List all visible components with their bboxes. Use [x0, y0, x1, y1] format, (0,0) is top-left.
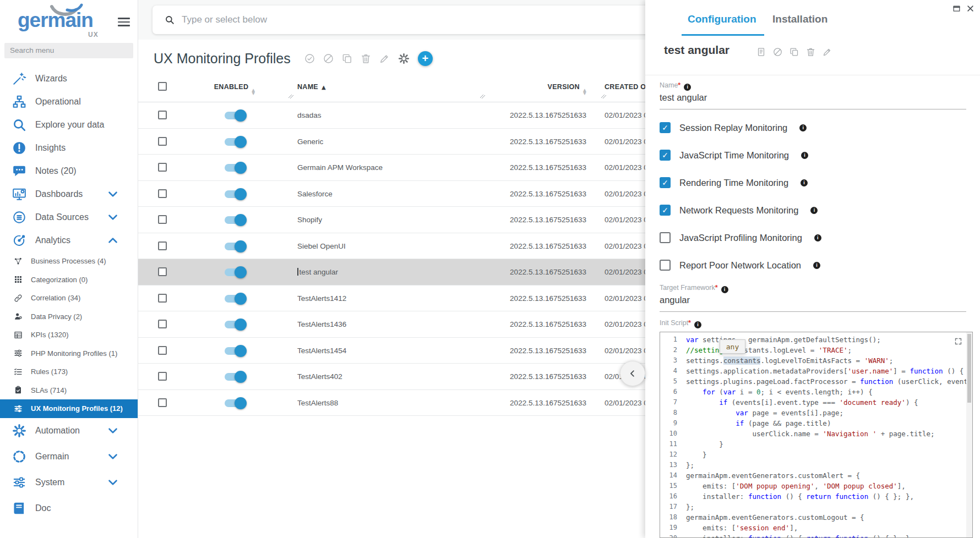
- select-all-checkbox[interactable]: [158, 82, 167, 91]
- info-icon[interactable]: i: [684, 84, 691, 91]
- sidebar-item-rules-173[interactable]: Rules (173): [0, 363, 138, 381]
- info-icon[interactable]: i: [810, 207, 818, 214]
- edit-icon[interactable]: [379, 53, 390, 64]
- enabled-toggle[interactable]: [225, 138, 245, 146]
- edit-icon[interactable]: [823, 47, 832, 57]
- checkbox[interactable]: ✓: [660, 205, 671, 216]
- table-row-testalerts1454[interactable]: TestAlerts14542022.5.13.167525163302/01/…: [138, 338, 645, 364]
- sidebar-item-wizards[interactable]: Wizards: [0, 67, 138, 90]
- sidebar-item-business-processes-4[interactable]: Business Processes (4): [0, 252, 138, 271]
- sidebar-item-operational[interactable]: Operational: [0, 90, 138, 113]
- enable-selected-icon[interactable]: [304, 53, 315, 64]
- row-checkbox[interactable]: [158, 398, 167, 407]
- option-session-replay-monitoring[interactable]: ✓Session Replay Monitoringi: [660, 122, 807, 133]
- row-checkbox[interactable]: [158, 163, 167, 172]
- column-resize-grip[interactable]: [288, 92, 294, 100]
- delete-icon[interactable]: [806, 47, 815, 57]
- row-checkbox[interactable]: [158, 111, 167, 119]
- sidebar-item-insights[interactable]: Insights: [0, 136, 138, 160]
- info-icon[interactable]: i: [799, 124, 807, 131]
- editor-scrollbar-thumb[interactable]: [967, 334, 971, 403]
- column-header-name[interactable]: NAME▲: [297, 83, 326, 91]
- table-row-test-angular[interactable]: test angular2022.5.13.167525163302/01/20…: [138, 259, 645, 286]
- row-checkbox[interactable]: [158, 241, 167, 250]
- table-row-testalerts88[interactable]: TestAlerts882022.5.13.167525163302/01/20…: [138, 390, 645, 416]
- fullscreen-expand-icon[interactable]: [954, 337, 962, 345]
- info-icon[interactable]: i: [814, 234, 821, 241]
- enabled-toggle[interactable]: [225, 321, 245, 328]
- checkbox[interactable]: ✓: [660, 150, 671, 161]
- column-header-version[interactable]: VERSION▲▼: [478, 83, 586, 95]
- checkbox[interactable]: [660, 260, 671, 271]
- info-icon[interactable]: i: [813, 262, 820, 269]
- row-checkbox[interactable]: [158, 189, 167, 198]
- name-field-value[interactable]: test angular: [660, 92, 707, 103]
- row-checkbox[interactable]: [158, 372, 167, 381]
- sidebar-item-data-privacy-2[interactable]: Data Privacy (2): [0, 308, 138, 326]
- checkbox[interactable]: ✓: [660, 177, 671, 188]
- maximize-window-icon[interactable]: [952, 4, 961, 13]
- enabled-toggle[interactable]: [225, 347, 245, 355]
- sidebar-search-input[interactable]: Search menu: [4, 43, 133, 58]
- info-icon[interactable]: i: [801, 152, 808, 159]
- disable-selected-icon[interactable]: [323, 53, 334, 64]
- table-row-testalerts402[interactable]: TestAlerts4022022.5.13.167525163302/01/2…: [138, 364, 645, 390]
- enabled-toggle[interactable]: [225, 399, 245, 407]
- sidebar-item-kpis-1320[interactable]: KPIs (1320): [0, 326, 138, 344]
- enabled-toggle[interactable]: [225, 268, 245, 276]
- column-header-created[interactable]: CREATED ON▲▼: [605, 83, 645, 95]
- sidebar-item-analytics[interactable]: Analytics: [0, 229, 138, 252]
- info-icon[interactable]: i: [694, 321, 701, 328]
- tab-installation[interactable]: Installation: [772, 13, 827, 25]
- settings-gear-icon[interactable]: [398, 53, 410, 64]
- table-row-dsadas[interactable]: dsadas2022.5.13.167525163302/01/2023 0: [138, 102, 645, 129]
- table-row-testalerts1436[interactable]: TestAlerts14362022.5.13.167525163302/01/…: [138, 311, 645, 338]
- row-checkbox[interactable]: [158, 137, 167, 146]
- enabled-toggle[interactable]: [225, 112, 245, 119]
- sidebar-item-automation[interactable]: Automation: [0, 418, 138, 444]
- enabled-toggle[interactable]: [225, 216, 245, 224]
- checkbox[interactable]: [660, 232, 671, 243]
- sidebar-item-doc[interactable]: Doc: [0, 496, 138, 521]
- add-profile-button[interactable]: +: [418, 51, 433, 66]
- sidebar-item-ux-monitoring-profiles-12[interactable]: UX Monitoring Profiles (12): [0, 399, 138, 418]
- info-icon[interactable]: i: [801, 179, 808, 186]
- option-javascript-profiling-monitoring[interactable]: JavaScript Profiling Monitoringi: [660, 232, 821, 243]
- row-checkbox[interactable]: [158, 267, 167, 276]
- global-search-input[interactable]: Type or select below: [153, 6, 645, 34]
- row-checkbox[interactable]: [158, 346, 167, 355]
- enabled-toggle[interactable]: [225, 243, 245, 250]
- option-javascript-time-monitoring[interactable]: ✓JavaScript Time Monitoringi: [660, 150, 808, 161]
- row-checkbox[interactable]: [158, 215, 167, 224]
- sidebar-item-notes-20[interactable]: Notes (20): [0, 160, 138, 183]
- target-framework-value[interactable]: angular: [660, 295, 690, 305]
- table-row-shopify[interactable]: Shopify2022.5.13.167525163302/01/2023 0: [138, 207, 645, 233]
- info-icon[interactable]: i: [721, 286, 728, 293]
- tab-configuration[interactable]: Configuration: [688, 13, 756, 25]
- close-panel-icon[interactable]: [966, 4, 974, 13]
- table-row-germain-apm-workspace[interactable]: Germain APM Workspace2022.5.13.167525163…: [138, 155, 645, 181]
- column-resize-grip[interactable]: [601, 92, 607, 100]
- sidebar-item-explore-your-data[interactable]: Explore your data: [0, 113, 138, 136]
- option-report-poor-network-location[interactable]: Report Poor Network Locationi: [660, 260, 820, 271]
- editor-scrollbar[interactable]: [966, 332, 972, 537]
- delete-icon[interactable]: [361, 53, 371, 64]
- save-icon[interactable]: [756, 47, 766, 57]
- sidebar-item-data-sources[interactable]: Data Sources: [0, 206, 138, 229]
- sidebar-item-categorization-0[interactable]: Categorization (0): [0, 271, 138, 289]
- sidebar-item-correlation-34[interactable]: Correlation (34): [0, 289, 138, 308]
- option-rendering-time-monitoring[interactable]: ✓Rendering Time Monitoringi: [660, 177, 808, 188]
- sidebar-item-slas-714[interactable]: SLAs (714): [0, 381, 138, 400]
- disable-icon[interactable]: [773, 47, 782, 57]
- table-row-salesforce[interactable]: Salesforce2022.5.13.167525163302/01/2023…: [138, 181, 645, 207]
- option-network-requests-monitoring[interactable]: ✓Network Requests Monitoringi: [660, 205, 818, 216]
- enabled-toggle[interactable]: [225, 373, 245, 381]
- enabled-toggle[interactable]: [225, 190, 245, 198]
- sidebar-item-php-monitoring-profiles-1[interactable]: PHP Monitoring Profiles (1): [0, 344, 138, 363]
- table-row-generic[interactable]: Generic2022.5.13.167525163302/01/2023 0: [138, 129, 645, 155]
- duplicate-icon[interactable]: [790, 47, 799, 57]
- table-row-testalerts1412[interactable]: TestAlerts14122022.5.13.167525163302/01/…: [138, 286, 645, 312]
- row-checkbox[interactable]: [158, 294, 167, 303]
- sidebar-item-system[interactable]: System: [0, 470, 138, 496]
- table-row-siebel-openui[interactable]: Siebel OpenUI2022.5.13.167525163302/01/2…: [138, 233, 645, 260]
